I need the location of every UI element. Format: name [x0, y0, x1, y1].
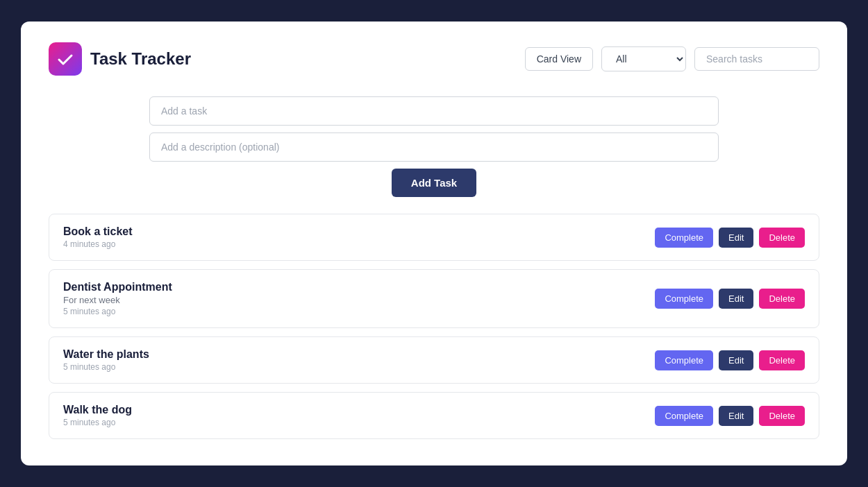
- complete-button[interactable]: Complete: [655, 228, 713, 248]
- task-time: 5 minutes ago: [63, 418, 132, 427]
- delete-button[interactable]: Delete: [759, 289, 805, 309]
- task-card: Dentist AppointmentFor next week5 minute…: [49, 269, 819, 328]
- edit-button[interactable]: Edit: [719, 289, 753, 309]
- task-actions: CompleteEditDelete: [655, 228, 805, 248]
- task-title: Walk the dog: [63, 404, 132, 416]
- task-title: Dentist Appointment: [63, 281, 172, 293]
- task-time: 5 minutes ago: [63, 307, 172, 316]
- edit-button[interactable]: Edit: [719, 228, 753, 248]
- filter-select[interactable]: All Pending Completed: [601, 46, 686, 71]
- task-time: 5 minutes ago: [63, 362, 149, 372]
- header: Task Tracker Card View All Pending Compl…: [49, 42, 819, 76]
- task-title: Book a ticket: [63, 225, 133, 238]
- task-actions: CompleteEditDelete: [655, 406, 805, 426]
- task-card: Walk the dog5 minutes agoCompleteEditDel…: [49, 392, 819, 439]
- task-description: For next week: [63, 295, 172, 305]
- add-task-section: Add Task: [49, 96, 819, 197]
- task-card: Water the plants5 minutes agoCompleteEdi…: [49, 336, 819, 384]
- task-description-input[interactable]: [149, 133, 719, 162]
- task-card: Book a ticket4 minutes agoCompleteEditDe…: [49, 214, 819, 261]
- task-info: Book a ticket4 minutes ago: [63, 225, 133, 249]
- complete-button[interactable]: Complete: [655, 289, 713, 309]
- task-info: Water the plants5 minutes ago: [63, 348, 149, 372]
- add-task-button[interactable]: Add Task: [392, 169, 476, 197]
- task-title-input[interactable]: [149, 96, 719, 126]
- edit-button[interactable]: Edit: [719, 350, 753, 370]
- app-container: Task Tracker Card View All Pending Compl…: [21, 22, 847, 465]
- task-info: Dentist AppointmentFor next week5 minute…: [63, 281, 172, 316]
- complete-button[interactable]: Complete: [655, 406, 713, 426]
- app-logo-icon: [49, 42, 82, 76]
- delete-button[interactable]: Delete: [759, 406, 805, 426]
- app-title: Task Tracker: [90, 49, 191, 69]
- task-title: Water the plants: [63, 348, 149, 361]
- complete-button[interactable]: Complete: [655, 350, 713, 370]
- task-actions: CompleteEditDelete: [655, 350, 805, 370]
- task-info: Walk the dog5 minutes ago: [63, 404, 132, 427]
- edit-button[interactable]: Edit: [719, 406, 753, 426]
- card-view-button[interactable]: Card View: [525, 47, 593, 71]
- task-time: 4 minutes ago: [63, 239, 133, 249]
- delete-button[interactable]: Delete: [759, 228, 805, 248]
- header-controls: Card View All Pending Completed: [525, 46, 819, 71]
- task-actions: CompleteEditDelete: [655, 289, 805, 309]
- search-input[interactable]: [694, 47, 819, 71]
- tasks-list: Book a ticket4 minutes agoCompleteEditDe…: [49, 214, 819, 439]
- logo-area: Task Tracker: [49, 42, 191, 76]
- delete-button[interactable]: Delete: [759, 350, 805, 370]
